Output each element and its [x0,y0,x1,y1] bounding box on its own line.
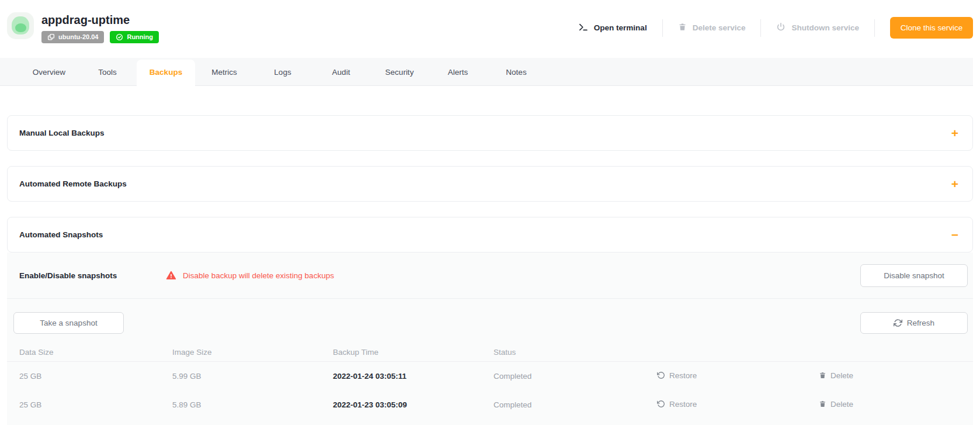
restore-label: Restore [669,400,697,409]
header-data-size: Data Size [7,348,172,357]
service-meta: appdrag-uptime ubuntu-20.04 [41,12,159,43]
restore-button[interactable]: Restore [657,371,697,380]
section-title: Automated Remote Backups [19,179,127,188]
table-row: 25 GB 5.89 GB 2022-01-23 03:05:09 Comple… [7,390,973,419]
shutdown-service-button[interactable]: Shutdown service [761,22,874,33]
service-avatar [7,12,34,39]
status-badge-label: Running [127,33,153,41]
enable-disable-label: Enable/Disable snapshots [19,271,166,280]
header-actions: Open terminal Delete service Shutdown se… [563,17,973,39]
header-separator [874,19,875,37]
trash-icon [819,371,826,379]
tab-alerts[interactable]: Alerts [429,60,487,85]
cell-status: Completed [494,400,657,409]
trash-icon [819,400,826,408]
open-terminal-label: Open terminal [594,23,647,32]
status-badge: Running [110,31,159,43]
tab-audit[interactable]: Audit [312,60,370,85]
section-automated-remote-backups[interactable]: Automated Remote Backups + [7,166,973,202]
warning-icon [166,271,176,280]
shutdown-service-label: Shutdown service [791,23,859,32]
cell-backup-time: 2022-01-23 03:05:09 [333,400,494,409]
cell-image-size: 5.89 GB [172,400,333,409]
power-icon [776,22,786,33]
tab-notes[interactable]: Notes [487,60,545,85]
delete-label: Delete [830,400,853,409]
cell-status: Completed [494,372,657,381]
restore-icon [657,371,665,379]
refresh-label: Refresh [907,319,934,327]
tab-security[interactable]: Security [370,60,429,85]
check-circle-icon [116,33,123,41]
tab-logs[interactable]: Logs [253,60,312,85]
enable-disable-row: Enable/Disable snapshots Disable backup … [7,253,973,299]
os-badge-label: ubuntu-20.04 [58,33,98,41]
restore-label: Restore [669,371,697,380]
tab-overview[interactable]: Overview [20,60,78,85]
tab-tools[interactable]: Tools [78,60,137,85]
warning-text: Disable backup will delete existing back… [183,271,334,280]
delete-button[interactable]: Delete [819,400,853,409]
automated-snapshots-panel: Enable/Disable snapshots Disable backup … [7,253,973,425]
snapshot-warning: Disable backup will delete existing back… [166,271,334,280]
delete-button[interactable]: Delete [819,371,853,380]
section-title: Manual Local Backups [19,129,105,137]
tab-metrics[interactable]: Metrics [195,60,253,85]
cell-image-size: 5.99 GB [172,372,333,381]
delete-service-button[interactable]: Delete service [663,22,761,33]
cell-data-size: 25 GB [7,372,172,381]
trash-icon [678,22,687,33]
clone-service-button[interactable]: Clone this service [890,17,973,39]
tab-bar: Overview Tools Backups Metrics Logs Audi… [0,58,973,86]
service-badges: ubuntu-20.04 Running [41,31,159,43]
plus-icon[interactable]: + [951,127,958,139]
minus-icon[interactable]: − [951,229,958,241]
header-backup-time: Backup Time [333,348,494,357]
snapshots-table: Data Size Image Size Backup Time Status … [7,343,973,419]
take-snapshot-button[interactable]: Take a snapshot [13,312,124,334]
avatar-blob-inner [15,23,26,32]
service-info: appdrag-uptime ubuntu-20.04 [7,12,159,43]
refresh-button[interactable]: Refresh [860,312,968,334]
header-image-size: Image Size [172,348,333,357]
cell-backup-time: 2022-01-24 03:05:11 [333,372,494,381]
terminal-icon [578,22,588,34]
section-title: Automated Snapshots [19,230,103,239]
refresh-icon [894,319,902,327]
delete-service-label: Delete service [693,23,746,32]
table-header-row: Data Size Image Size Backup Time Status [7,343,973,362]
plus-icon[interactable]: + [951,178,958,190]
snapshot-actions-row: Take a snapshot Refresh [7,299,973,334]
section-manual-local-backups[interactable]: Manual Local Backups + [7,115,973,151]
disable-snapshot-button[interactable]: Disable snapshot [860,264,968,287]
copy-icon [47,33,55,41]
header-status: Status [494,348,657,357]
backups-content: Manual Local Backups + Automated Remote … [0,115,980,425]
delete-label: Delete [830,371,853,380]
service-header: appdrag-uptime ubuntu-20.04 [0,0,980,58]
cell-data-size: 25 GB [7,400,172,409]
table-row: 25 GB 5.99 GB 2022-01-24 03:05:11 Comple… [7,362,973,390]
service-title: appdrag-uptime [41,13,159,27]
os-badge[interactable]: ubuntu-20.04 [41,31,104,43]
open-terminal-button[interactable]: Open terminal [563,22,662,34]
tab-backups[interactable]: Backups [137,60,195,86]
restore-button[interactable]: Restore [657,400,697,409]
restore-icon [657,400,665,408]
section-automated-snapshots[interactable]: Automated Snapshots − [7,217,973,253]
